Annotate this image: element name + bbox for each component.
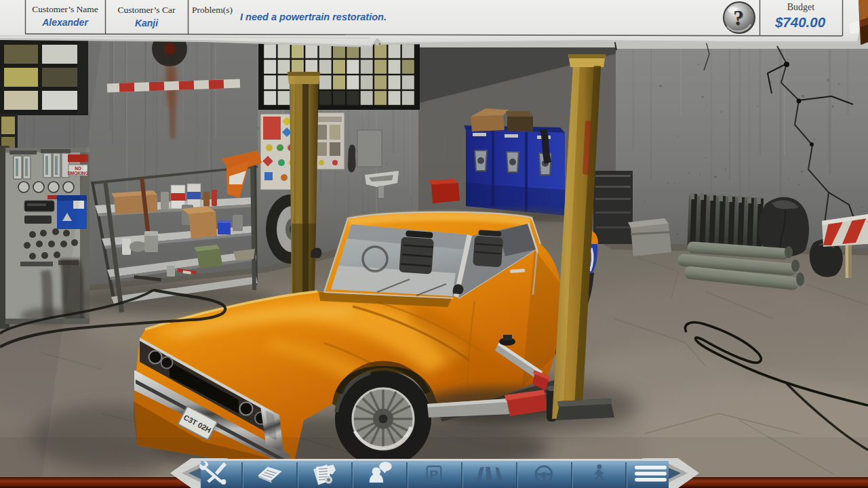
svg-text:Problem(s): Problem(s) <box>192 5 233 15</box>
svg-text:Kanji: Kanji <box>135 18 159 28</box>
svg-text:P: P <box>430 468 439 482</box>
svg-text:Customer’s Name: Customer’s Name <box>32 4 98 14</box>
svg-text:I need a powertrain restoratio: I need a powertrain restoration. <box>240 12 387 22</box>
svg-text:Customer’s Car: Customer’s Car <box>118 5 176 15</box>
svg-text:Alexander: Alexander <box>41 17 89 28</box>
svg-text:Budget: Budget <box>787 2 815 12</box>
svg-text:?: ? <box>733 6 744 30</box>
svg-text:$740.00: $740.00 <box>774 14 826 30</box>
